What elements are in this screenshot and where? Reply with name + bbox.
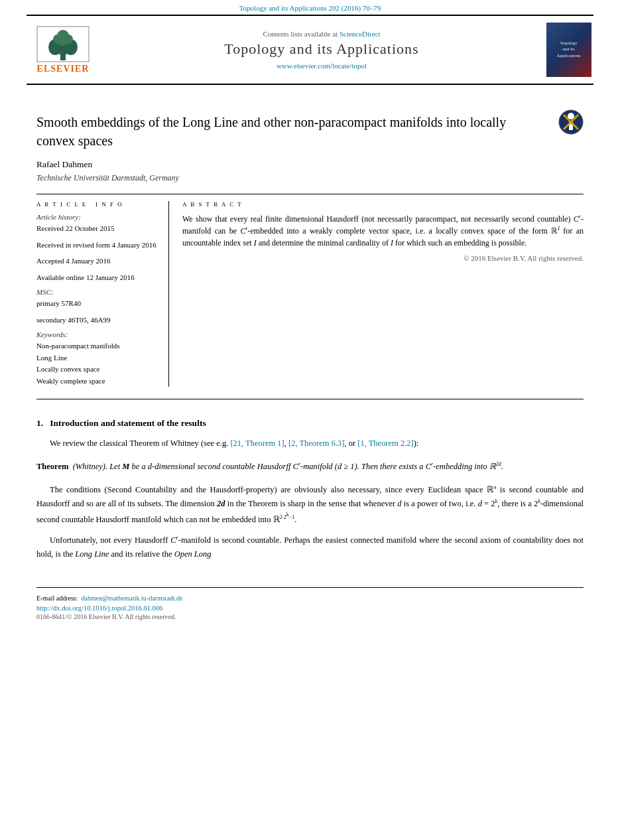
msc-label: MSC: xyxy=(36,288,160,296)
sciencedirect-link[interactable]: ScienceDirect xyxy=(340,30,381,38)
abstract-heading: A B S T R A C T xyxy=(182,201,584,208)
contents-list-text: Contents lists available at xyxy=(263,30,339,38)
publisher-logo: ELSEVIER xyxy=(27,26,99,74)
history-label: Article history: xyxy=(36,213,160,221)
received-2: Received in revised form 4 January 2016 xyxy=(36,240,160,251)
footnote-email: E-mail address: dahmen@mathematik.tu-dar… xyxy=(36,595,584,602)
keywords-label: Keywords: xyxy=(36,330,160,338)
conditions-para: The conditions (Second Countability and … xyxy=(36,483,584,527)
crossmark-icon xyxy=(558,109,584,135)
email-label: E-mail address: xyxy=(36,595,78,602)
article-info-heading: A R T I C L E I N F O xyxy=(36,201,160,208)
msc-secondary: secondary 46T05, 46A99 xyxy=(36,315,160,326)
journal-url[interactable]: www.elsevier.com/locate/topol xyxy=(99,62,544,70)
article-title: Smooth embeddings of the Long Line and o… xyxy=(36,113,545,150)
elsevier-tree-icon xyxy=(36,26,90,62)
theorem-block: Theorem (Whitney). Let M be a d-dimensio… xyxy=(36,460,584,474)
received-1: Received 22 October 2015 xyxy=(36,223,160,234)
longline-para: Unfortunately, not every Hausdorff Cr-ma… xyxy=(36,533,584,561)
section-title-text: Introduction and statement of the result… xyxy=(50,418,206,428)
crossmark xyxy=(558,109,584,137)
main-content: Smooth embeddings of the Long Line and o… xyxy=(0,85,620,581)
abstract-text: We show that every real finite dimension… xyxy=(182,213,584,249)
footnote-divider xyxy=(36,587,584,588)
article-info-abstract: A R T I C L E I N F O Article history: R… xyxy=(36,201,584,387)
page: Topology and its Applications 202 (2016)… xyxy=(0,0,620,840)
keyword-4: Weakly complete space xyxy=(36,376,160,387)
svg-point-6 xyxy=(64,35,73,44)
available-online: Available online 12 January 2016 xyxy=(36,272,160,283)
footnote-area: E-mail address: dahmen@mathematik.tu-dar… xyxy=(0,587,620,620)
cover-box: Topologyand itsApplications xyxy=(546,23,591,77)
msc-block: MSC: primary 57R40 secondary 46T05, 46A9… xyxy=(36,288,160,325)
issn-line: 0166-8641/© 2016 Elsevier B.V. All right… xyxy=(36,613,584,620)
accepted: Accepted 4 January 2016 xyxy=(36,255,160,267)
theorem-label: Theorem xyxy=(36,462,68,471)
journal-cover: Topologyand itsApplications xyxy=(544,23,593,77)
section-title: 1. Introduction and statement of the res… xyxy=(36,418,584,429)
ref-1[interactable]: [1, Theo­rem 2.2] xyxy=(357,439,413,448)
journal-center-header: Contents lists available at ScienceDirec… xyxy=(99,30,544,70)
introduction-section: 1. Introduction and statement of the res… xyxy=(36,418,584,561)
section-divider xyxy=(36,399,584,399)
journal-citation: Topology and its Applications 202 (2016)… xyxy=(239,4,381,12)
copyright-text: © 2016 Elsevier B.V. All rights reserved… xyxy=(182,254,584,262)
section-number: 1. xyxy=(36,418,43,428)
journal-citation-bar: Topology and its Applications 202 (2016)… xyxy=(0,0,620,15)
sciencedirect-line: Contents lists available at ScienceDirec… xyxy=(99,30,544,38)
svg-point-5 xyxy=(53,35,62,44)
journal-title-header: Topology and its Applications xyxy=(99,40,544,58)
theorem-attribution: (Whitney). Let M be a d-dimensional seco… xyxy=(71,462,503,471)
keyword-2: Long Line xyxy=(36,352,160,364)
header-divider xyxy=(36,194,584,194)
author-name: Rafael Dahmen xyxy=(36,159,584,170)
doi-line[interactable]: http://dx.doi.org/10.1016/j.topol.2016.0… xyxy=(36,604,584,612)
article-info-col: A R T I C L E I N F O Article history: R… xyxy=(36,201,169,387)
elsevier-label: ELSEVIER xyxy=(37,64,90,74)
abstract-col: A B S T R A C T We show that every real … xyxy=(182,201,584,387)
email-address[interactable]: dahmen@mathematik.tu-darmstadt.de xyxy=(81,595,182,602)
keyword-1: Non-paracompact manifolds xyxy=(36,340,160,352)
author-affiliation: Technische Universität Darmstadt, German… xyxy=(36,173,584,183)
keywords-block: Keywords: Non-paracompact manifolds Long… xyxy=(36,330,160,387)
keyword-3: Locally convex space xyxy=(36,364,160,376)
theorem-text: Theorem (Whitney). Let M be a d-dimensio… xyxy=(36,460,584,474)
msc-primary: primary 57R40 xyxy=(36,298,160,309)
ref-21[interactable]: [21, Theorem 1] xyxy=(230,439,284,448)
ref-2[interactable]: [2, Theorem 6.3] xyxy=(288,439,344,448)
intro-paragraph: We review the classical Theorem of Whitn… xyxy=(36,437,584,451)
journal-header: ELSEVIER Contents lists available at Sci… xyxy=(27,15,593,85)
